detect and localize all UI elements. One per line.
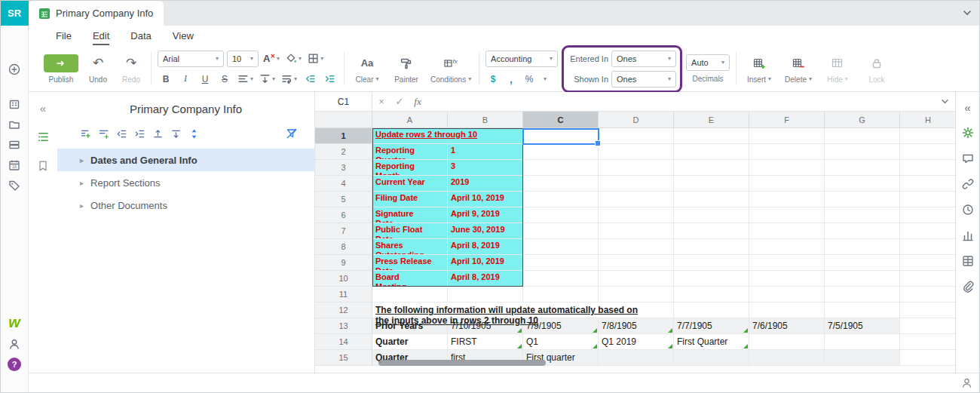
data-sets-button[interactable]	[1, 134, 28, 155]
cell-A14[interactable]: Quarter	[372, 334, 448, 350]
underline-button[interactable]: U	[197, 71, 213, 88]
cell-C9[interactable]	[523, 255, 599, 271]
tree-item-other-documents[interactable]: ▸Other Documents	[57, 194, 314, 216]
bookmarks-view-button[interactable]	[37, 160, 49, 172]
redo-button[interactable]: ↷ Redo	[118, 48, 145, 89]
cell-A2[interactable]: ReportingQuarter	[372, 144, 448, 160]
help-button[interactable]: ?	[8, 358, 21, 371]
cell-G15[interactable]	[825, 350, 900, 366]
cell-D7[interactable]	[599, 223, 674, 239]
cell-C2[interactable]	[523, 144, 599, 160]
italic-button[interactable]: I	[177, 71, 194, 88]
column-header-A[interactable]: A	[372, 112, 448, 127]
cell-E6[interactable]	[674, 207, 749, 223]
horizontal-scrollbar-thumb[interactable]	[378, 360, 546, 366]
comments-button[interactable]	[961, 152, 975, 165]
column-header-G[interactable]: G	[825, 112, 900, 127]
cell-A9[interactable]: Press ReleaseDate	[372, 255, 448, 271]
collapse-panel-chevron-icon[interactable]: «	[40, 103, 46, 114]
tree-caret-icon[interactable]: ▸	[80, 156, 84, 164]
cell-C7[interactable]	[523, 223, 599, 239]
row-header-9[interactable]: 9	[315, 255, 372, 271]
workspaces-button[interactable]	[1, 94, 28, 114]
cell-G2[interactable]	[825, 144, 900, 160]
cell-G13[interactable]: 7/5/1905	[825, 318, 900, 334]
labels-button[interactable]	[1, 175, 28, 195]
column-header-B[interactable]: B	[448, 112, 523, 127]
cell-B2[interactable]: 1	[448, 144, 523, 160]
cell-G7[interactable]	[825, 223, 900, 239]
history-button[interactable]	[961, 203, 975, 216]
clear-button[interactable]: Aa Clear▾	[351, 48, 384, 89]
cell-H2[interactable]	[900, 144, 957, 160]
cell-F6[interactable]	[749, 207, 825, 223]
cell-D2[interactable]	[599, 144, 674, 160]
cell-F1[interactable]	[749, 128, 825, 144]
cell-H8[interactable]	[900, 239, 957, 255]
cell-F10[interactable]	[749, 271, 825, 287]
row-header-10[interactable]: 10	[315, 271, 372, 287]
cell-F5[interactable]	[749, 192, 825, 207]
tree-caret-icon[interactable]: ▸	[80, 201, 84, 210]
calendar-button[interactable]: 16	[1, 155, 28, 175]
cell-C1[interactable]	[523, 128, 599, 144]
cell-E4[interactable]	[674, 176, 749, 192]
move-section-down-button[interactable]	[170, 128, 182, 140]
expand-collapse-all-button[interactable]	[188, 128, 200, 140]
cell-G10[interactable]	[825, 271, 900, 287]
cell-D14[interactable]: Q1 2019	[599, 334, 674, 350]
menu-data[interactable]: Data	[130, 30, 151, 45]
cancel-entry-icon[interactable]: ×	[372, 96, 390, 107]
cell-E10[interactable]	[674, 271, 749, 287]
links-button[interactable]	[961, 177, 975, 191]
attachments-button[interactable]	[961, 280, 975, 293]
cell-G12[interactable]	[825, 302, 900, 318]
shown-in-select[interactable]: Ones▾	[611, 71, 676, 88]
tree-item-dates-and-general-info[interactable]: ▸Dates and General Info	[57, 149, 314, 171]
wrap-text-button[interactable]: ▾	[280, 71, 299, 88]
cell-A6[interactable]: SignatureDate	[372, 207, 448, 223]
collapse-toolbar-chevron-icon[interactable]	[963, 10, 972, 16]
cell-C10[interactable]	[523, 271, 599, 287]
cell-H4[interactable]	[900, 176, 957, 192]
cell-H7[interactable]	[900, 223, 957, 239]
cell-B14[interactable]: FIRST	[448, 334, 523, 350]
settings-button[interactable]	[961, 126, 975, 140]
row-header-4[interactable]: 4	[315, 176, 372, 192]
add-child-section-button[interactable]	[80, 128, 91, 140]
confirm-entry-icon[interactable]: ✓	[390, 96, 409, 107]
cell-B7[interactable]: June 30, 2019	[448, 223, 523, 239]
cell-F14[interactable]	[749, 334, 825, 350]
cell-H9[interactable]	[900, 255, 957, 271]
borders-button[interactable]: ▾	[306, 51, 325, 67]
cell-D6[interactable]	[599, 207, 674, 223]
cell-F8[interactable]	[749, 239, 825, 255]
cell-G3[interactable]	[825, 160, 900, 176]
cell-E7[interactable]	[674, 223, 749, 239]
column-header-H[interactable]: H	[900, 112, 957, 127]
percent-format-button[interactable]: %	[522, 74, 537, 84]
cell-F9[interactable]	[749, 255, 825, 271]
entered-in-select[interactable]: Ones▾	[611, 51, 676, 67]
row-header-5[interactable]: 5	[315, 192, 372, 207]
column-header-E[interactable]: E	[674, 112, 749, 127]
presence-button[interactable]	[960, 376, 973, 389]
cell-A10[interactable]: BoardMeeting	[372, 271, 448, 287]
cell-C11[interactable]	[523, 287, 599, 302]
row-header-2[interactable]: 2	[315, 144, 372, 160]
decimals-select[interactable]: Auto▾	[686, 54, 730, 71]
row-header-12[interactable]: 12	[315, 302, 372, 318]
font-family-select[interactable]: Arial▾	[158, 51, 224, 67]
comma-format-button[interactable]: ,	[504, 73, 519, 85]
bold-button[interactable]: B	[158, 71, 174, 88]
add-sibling-section-button[interactable]	[98, 128, 109, 140]
files-button[interactable]	[1, 114, 28, 134]
expand-right-panel-chevron-icon[interactable]: «	[964, 101, 970, 114]
cell-E5[interactable]	[674, 192, 749, 207]
hide-button[interactable]: Hide▾	[821, 48, 854, 89]
cell-G11[interactable]	[825, 287, 900, 302]
row-header-15[interactable]: 15	[315, 350, 372, 366]
clear-formatting-button[interactable]: A✕▾	[262, 51, 281, 67]
cell-G9[interactable]	[825, 255, 900, 271]
cell-G14[interactable]	[825, 334, 900, 350]
